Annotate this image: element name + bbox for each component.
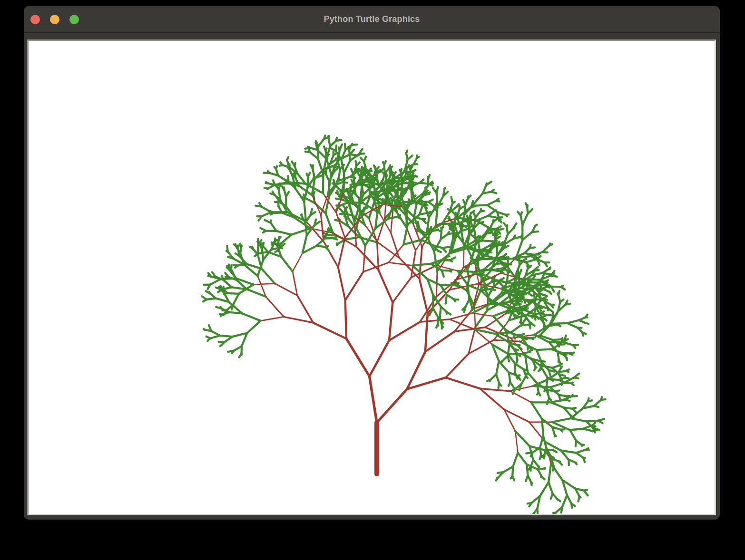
turtle-canvas — [29, 41, 715, 514]
canvas-frame — [27, 39, 716, 515]
close-button[interactable] — [30, 15, 40, 24]
window-title: Python Turtle Graphics — [323, 14, 420, 24]
minimize-button[interactable] — [50, 15, 59, 24]
desktop-background: Python Turtle Graphics — [0, 0, 745, 560]
fractal-tree-drawing — [29, 41, 715, 514]
turtle-graphics-window: Python Turtle Graphics — [24, 6, 720, 520]
traffic-lights — [30, 6, 79, 32]
window-titlebar[interactable]: Python Turtle Graphics — [24, 6, 720, 33]
zoom-button[interactable] — [69, 15, 79, 24]
